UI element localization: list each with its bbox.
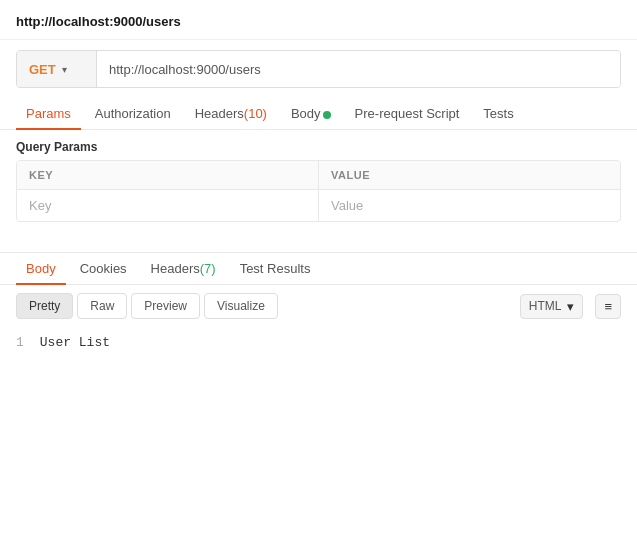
response-headers-badge: (7) <box>200 261 216 276</box>
format-raw-button[interactable]: Raw <box>77 293 127 319</box>
method-selector[interactable]: GET ▾ <box>17 51 97 87</box>
format-visualize-button[interactable]: Visualize <box>204 293 278 319</box>
tab-prerequest[interactable]: Pre-request Script <box>345 98 470 129</box>
value-cell[interactable]: Value <box>319 190 620 221</box>
request-tabs: Params Authorization Headers(10) Body Pr… <box>0 98 637 130</box>
method-label: GET <box>29 62 56 77</box>
url-input[interactable] <box>97 51 620 87</box>
wrap-icon: ≡ <box>604 299 612 314</box>
key-cell[interactable]: Key <box>17 190 319 221</box>
format-preview-button[interactable]: Preview <box>131 293 200 319</box>
response-tab-body-label: Body <box>26 261 56 276</box>
format-select-dropdown[interactable]: HTML ▾ <box>520 294 584 319</box>
table-row: Key Value <box>17 190 620 221</box>
response-body-content: User List <box>40 335 110 350</box>
format-bar: Pretty Raw Preview Visualize HTML ▾ ≡ <box>0 285 637 327</box>
response-tab-headers-label: Headers <box>151 261 200 276</box>
tab-body-label: Body <box>291 106 321 121</box>
value-column-header: VALUE <box>319 161 620 189</box>
tab-authorization[interactable]: Authorization <box>85 98 181 129</box>
tab-headers-label: Headers <box>195 106 244 121</box>
response-body: 1User List <box>0 327 637 358</box>
tab-prerequest-label: Pre-request Script <box>355 106 460 121</box>
headers-badge: (10) <box>244 106 267 121</box>
tab-body[interactable]: Body <box>281 98 341 129</box>
tab-tests-label: Tests <box>483 106 513 121</box>
tab-headers[interactable]: Headers(10) <box>185 98 277 129</box>
chevron-down-icon: ▾ <box>62 64 67 75</box>
tab-params-label: Params <box>26 106 71 121</box>
response-section: Body Cookies Headers(7) Test Results Pre… <box>0 252 637 358</box>
response-tab-headers[interactable]: Headers(7) <box>141 253 226 284</box>
key-column-header: KEY <box>17 161 319 189</box>
query-params-table: KEY VALUE Key Value <box>16 160 621 222</box>
format-pretty-button[interactable]: Pretty <box>16 293 73 319</box>
response-tab-cookies[interactable]: Cookies <box>70 253 137 284</box>
format-select-label: HTML <box>529 299 562 313</box>
response-tab-cookies-label: Cookies <box>80 261 127 276</box>
line-number: 1 <box>16 335 24 350</box>
tab-authorization-label: Authorization <box>95 106 171 121</box>
response-tab-test-results-label: Test Results <box>240 261 311 276</box>
tab-params[interactable]: Params <box>16 98 81 129</box>
page-title: http://localhost:9000/users <box>0 0 637 40</box>
response-tab-test-results[interactable]: Test Results <box>230 253 321 284</box>
format-select-chevron-icon: ▾ <box>567 299 574 314</box>
response-tabs: Body Cookies Headers(7) Test Results <box>0 253 637 285</box>
tab-tests[interactable]: Tests <box>473 98 523 129</box>
wrap-button[interactable]: ≡ <box>595 294 621 319</box>
url-bar: GET ▾ <box>16 50 621 88</box>
response-tab-body[interactable]: Body <box>16 253 66 284</box>
body-dot-icon <box>323 111 331 119</box>
query-params-title: Query Params <box>0 130 637 160</box>
table-header: KEY VALUE <box>17 161 620 190</box>
